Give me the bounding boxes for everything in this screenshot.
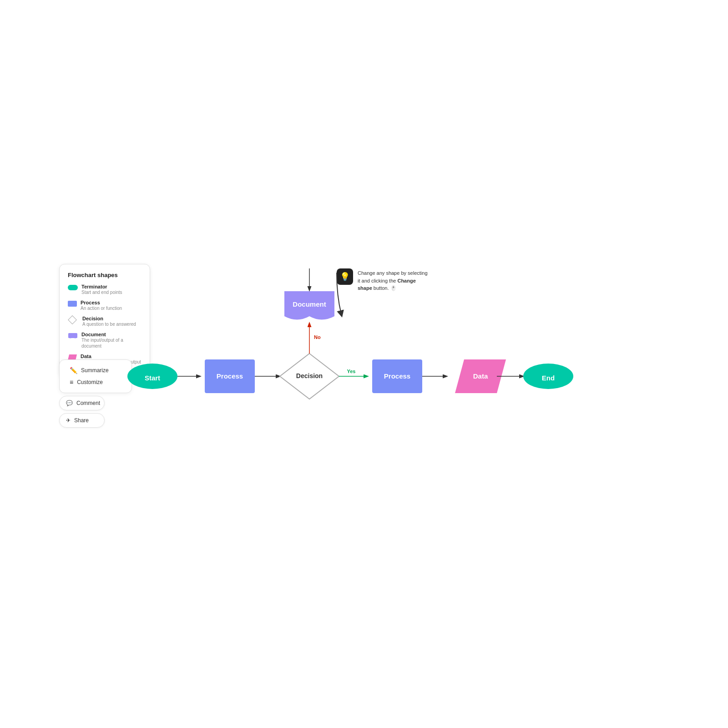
comment-icon: 💬 — [66, 400, 73, 406]
svg-text:End: End — [542, 374, 555, 382]
svg-text:Decision: Decision — [296, 372, 323, 379]
share-icon: ✈ — [66, 417, 71, 424]
svg-text:Data: Data — [473, 372, 488, 380]
hint-arrow — [309, 268, 364, 323]
svg-text:Start: Start — [145, 374, 160, 382]
decision-icon — [68, 317, 77, 323]
comment-button[interactable]: 💬 Comment — [59, 396, 105, 410]
svg-text:Process: Process — [384, 372, 410, 380]
customize-icon: ≡ — [70, 379, 73, 386]
svg-text:Yes: Yes — [347, 369, 356, 374]
flowchart-diagram: Start Process Decision Yes Process Data … — [100, 264, 692, 432]
customize-label: Customize — [77, 379, 103, 385]
document-icon — [68, 333, 78, 342]
svg-text:Process: Process — [217, 372, 243, 380]
process-icon — [68, 301, 77, 307]
share-button[interactable]: ✈ Share — [59, 413, 105, 428]
summarize-icon: ✏️ — [70, 367, 77, 374]
svg-text:No: No — [314, 334, 321, 340]
share-label: Share — [74, 417, 89, 424]
comment-label: Comment — [76, 400, 100, 406]
terminator-icon — [68, 285, 78, 290]
